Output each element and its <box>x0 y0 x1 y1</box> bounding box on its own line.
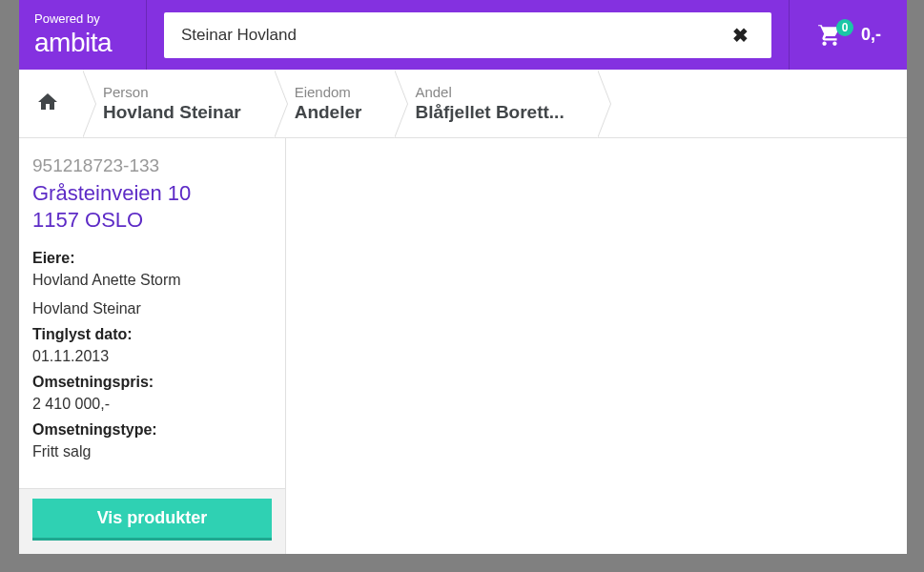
detail-panel: 951218723-133 Gråsteinveien 10 1157 OSLO… <box>19 138 286 554</box>
cart-total: 0,- <box>861 25 881 45</box>
price-value: 2 410 000,- <box>32 393 272 416</box>
breadcrumb-eiendom[interactable]: Eiendom Andeler <box>274 70 395 137</box>
search-input[interactable] <box>181 26 727 45</box>
breadcrumb: Person Hovland Steinar Eiendom Andeler A… <box>19 70 907 138</box>
breadcrumb-value: Blåfjellet Borett... <box>415 102 564 123</box>
breadcrumb-value: Andeler <box>295 102 362 123</box>
clear-icon[interactable]: ✖ <box>727 20 754 51</box>
tinglyst-label: Tinglyst dato: <box>32 326 272 343</box>
tinglyst-value: 01.11.2013 <box>32 345 272 368</box>
cart-count-badge: 0 <box>836 19 853 36</box>
type-label: Omsetningstype: <box>32 421 272 439</box>
owner-name: Hovland Steinar <box>32 297 272 320</box>
type-value: Fritt salg <box>32 440 272 463</box>
brand-name: ambita <box>34 28 146 58</box>
property-address: Gråsteinveien 10 1157 OSLO <box>32 180 272 233</box>
home-icon <box>34 91 61 117</box>
brand: Powered by ambita <box>19 0 147 70</box>
search-box[interactable]: ✖ <box>164 12 771 58</box>
breadcrumb-label: Andel <box>415 84 564 100</box>
breadcrumb-home[interactable] <box>19 70 82 137</box>
main-area: 951218723-133 Gråsteinveien 10 1157 OSLO… <box>19 138 907 554</box>
breadcrumb-person[interactable]: Person Hovland Steinar <box>82 70 274 137</box>
property-id: 951218723-133 <box>32 155 272 176</box>
brand-powered-by: Powered by <box>34 11 146 26</box>
breadcrumb-andel[interactable]: Andel Blåfjellet Borett... <box>394 70 596 137</box>
breadcrumb-label: Eiendom <box>295 84 362 100</box>
cart-button[interactable]: 0 0,- <box>789 0 907 70</box>
breadcrumb-label: Person <box>103 84 241 100</box>
price-label: Omsetningspris: <box>32 374 272 391</box>
detail-footer: Vis produkter <box>19 488 285 554</box>
app-header: Powered by ambita ✖ 0 0,- <box>19 0 907 70</box>
owner-name: Hovland Anette Storm <box>32 269 272 292</box>
breadcrumb-value: Hovland Steinar <box>103 102 241 123</box>
cart-icon: 0 <box>815 23 844 48</box>
search-container: ✖ <box>147 12 789 58</box>
owners-label: Eiere: <box>32 250 272 267</box>
show-products-button[interactable]: Vis produkter <box>32 499 272 541</box>
content-area: Person Hovland Steinar Eiendom Andeler A… <box>19 70 907 554</box>
